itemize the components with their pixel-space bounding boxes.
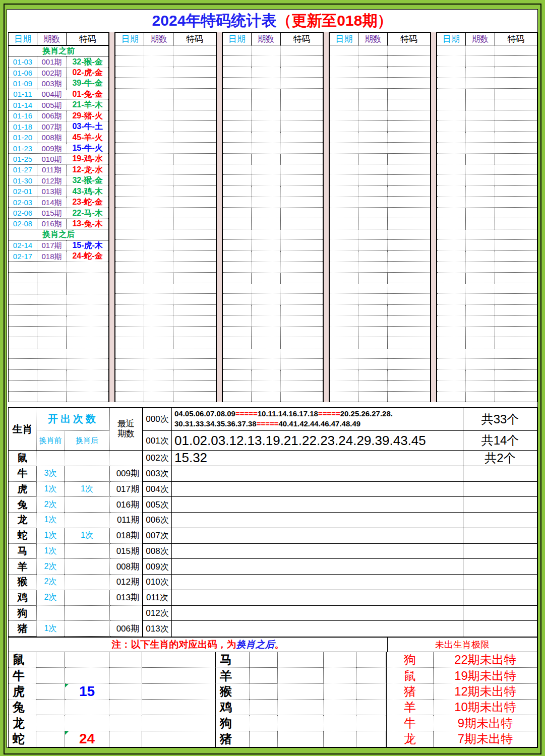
empty-issue-cell: [358, 164, 388, 174]
empty-date-cell: [437, 132, 466, 142]
recent-issue-value: 013期: [110, 590, 142, 606]
empty-date-cell: [9, 283, 37, 293]
limit-text: 7期未出特: [434, 731, 537, 747]
empty-date-cell: [223, 208, 252, 218]
empty-row: [115, 369, 215, 380]
empty-code-cell: [281, 67, 323, 77]
empty-date-cell: [330, 175, 358, 185]
empty-code-cell: [495, 110, 537, 120]
frequency-number-list: [172, 528, 463, 544]
empty-code-cell: [495, 392, 537, 402]
empty-row: [330, 348, 430, 358]
empty-code-cell: [388, 392, 430, 402]
empty-issue-cell: [144, 381, 173, 391]
count-after-change: 1次: [65, 482, 110, 497]
empty-row: [330, 132, 430, 142]
empty-code-cell: [173, 359, 215, 369]
empty-date-cell: [223, 110, 252, 120]
frequency-label: 001次: [143, 431, 172, 451]
empty-issue-cell: [37, 392, 67, 402]
empty-issue-cell: [466, 186, 495, 196]
frequency-label: 005次: [143, 497, 172, 513]
bottom-zodiac-mid: 猪: [215, 731, 250, 747]
count-before-change: 2次: [37, 590, 65, 606]
empty-row: [437, 380, 537, 391]
empty-code-cell: [173, 218, 215, 228]
empty-code-cell: [388, 197, 430, 207]
empty-row: [223, 207, 323, 218]
recent-issue-value: 018期: [110, 528, 142, 544]
empty-date-cell: [115, 164, 144, 174]
empty-date-cell: [330, 121, 358, 131]
empty-issue-cell: [144, 121, 173, 131]
empty-date-cell: [115, 359, 144, 369]
limit-zodiac: 牛: [386, 715, 434, 731]
number-segment: 20.25.26.27.28.: [340, 409, 393, 418]
empty-issue-cell: [144, 348, 173, 358]
empty-row: [115, 218, 215, 228]
bottom-zodiac-value-cell: 24: [65, 731, 109, 747]
empty-row: [9, 391, 108, 402]
empty-date-cell: [437, 56, 466, 66]
empty-row: [437, 315, 537, 326]
frequency-total: [463, 528, 537, 544]
empty-row: [437, 67, 537, 77]
zodiac-name: 猪: [9, 621, 37, 637]
empty-date-cell: [115, 229, 144, 239]
empty-issue-cell: [252, 110, 281, 120]
empty-row: [437, 99, 537, 109]
empty-row: [115, 283, 215, 293]
bottom-cell: [36, 652, 65, 668]
empty-issue-cell: [466, 56, 495, 66]
empty-row: [223, 250, 323, 261]
empty-row: [9, 326, 108, 337]
empty-code-cell: [388, 381, 430, 391]
empty-row: [437, 369, 537, 380]
empty-issue-cell: [144, 229, 173, 239]
empty-issue-cell: [144, 240, 173, 250]
empty-code-cell: [281, 348, 323, 358]
draw-record-row: 02-17018期24-蛇-金: [9, 250, 108, 261]
empty-row: [437, 391, 537, 402]
empty-issue-cell: [37, 294, 67, 304]
draw-issue: 010期: [37, 154, 67, 164]
note-row: 注：以下生肖的对应出码，为换肖之后。 未出生肖极限: [8, 637, 537, 652]
frequency-total: [463, 606, 537, 621]
empty-row: [115, 293, 215, 304]
bottom-zodiac-value-cell: [65, 652, 109, 668]
bottom-grid-panel: 鼠马狗22期未出特牛羊鼠19期未出特虎15猴猪12期未出特兔鸡羊10期未出特龙狗…: [8, 652, 537, 747]
empty-row: [115, 315, 215, 326]
draw-record-row: 02-08016期13-兔-木: [9, 218, 108, 229]
zodiac-code-value: 15: [79, 684, 95, 700]
bottom-zodiac-left: 虎: [9, 684, 36, 700]
empty-date-cell: [437, 229, 466, 239]
after-change-header: 换肖后: [65, 431, 110, 451]
empty-code-cell: [281, 208, 323, 218]
empty-date-cell: [437, 121, 466, 131]
empty-issue-cell: [466, 348, 495, 358]
zodiac-code-value: 24: [79, 731, 95, 747]
empty-issue-cell: [252, 121, 281, 131]
note-suffix: 。: [275, 638, 284, 651]
empty-row: [223, 283, 323, 293]
empty-code-cell: [388, 327, 430, 337]
limit-text: 9期未出特: [434, 715, 537, 731]
draw-issue: 016期: [37, 219, 67, 229]
count-before-change: 1次: [37, 528, 65, 544]
empty-issue-cell: [252, 262, 281, 272]
draw-code: 02-虎-金: [67, 68, 108, 78]
empty-issue-cell: [358, 99, 388, 109]
bottom-zodiac-value-cell: [65, 700, 109, 715]
empty-issue-cell: [144, 218, 173, 228]
draw-record-row: 01-23009期15-牛-火: [9, 143, 108, 153]
number-segment: 04.05.06.07.08.09: [174, 409, 235, 418]
empty-code-cell: [495, 370, 537, 380]
empty-code-cell: [388, 56, 430, 66]
empty-row: [437, 45, 537, 55]
empty-code-cell: [173, 283, 215, 293]
empty-row: [330, 207, 430, 218]
limit-zodiac: 龙: [386, 731, 434, 747]
empty-date-cell: [115, 283, 144, 293]
empty-row: [223, 45, 323, 55]
frequency-total: 共33个: [463, 408, 537, 431]
